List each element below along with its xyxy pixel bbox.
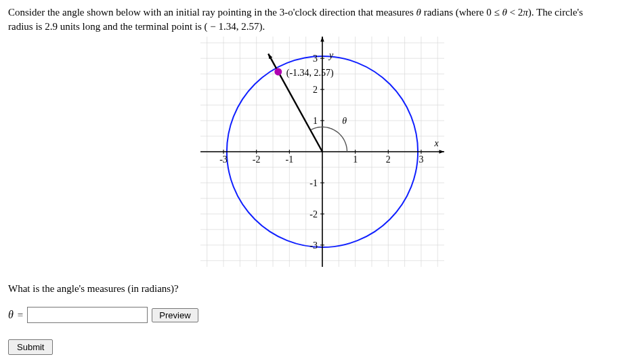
theta-symbol: θ	[416, 7, 421, 18]
svg-text:-3: -3	[219, 154, 228, 165]
answer-label: θ	[8, 309, 14, 321]
theta-symbol: θ	[502, 7, 507, 18]
svg-text:-1: -1	[285, 154, 293, 165]
question-text: What is the angle's measures (in radians…	[8, 283, 636, 295]
svg-text:2: 2	[385, 154, 390, 165]
svg-text:-1: -1	[309, 178, 318, 188]
range-lhs: 0 ≤	[486, 7, 502, 18]
range-mid: < 2	[507, 7, 523, 18]
svg-text:(-1.34, 2.57): (-1.34, 2.57)	[286, 68, 333, 79]
svg-marker-34	[320, 37, 324, 42]
pi-symbol: π	[523, 7, 528, 18]
svg-text:2: 2	[313, 85, 318, 95]
angle-diagram: -3-2-1123-3-2-1123xy(-1.34, 2.57)θ	[200, 37, 444, 270]
answer-input[interactable]	[27, 307, 148, 323]
answer-row: θ = Preview	[8, 307, 636, 323]
svg-text:-3: -3	[309, 240, 318, 251]
submit-button[interactable]: Submit	[8, 339, 53, 355]
problem-text-part: ). The circle's	[528, 7, 583, 18]
svg-point-63	[274, 68, 282, 75]
problem-text-part: Consider the angle shown below with an i…	[8, 7, 416, 18]
svg-text:3: 3	[313, 54, 318, 64]
equals-sign: =	[18, 310, 23, 321]
svg-text:1: 1	[313, 116, 318, 126]
svg-text:y: y	[328, 50, 334, 60]
svg-marker-33	[439, 150, 444, 153]
preview-button[interactable]: Preview	[152, 308, 198, 322]
svg-text:-2: -2	[309, 209, 318, 219]
svg-text:x: x	[433, 138, 439, 148]
svg-text:θ: θ	[342, 116, 347, 126]
problem-text-line2: radius is 2.9 units long and the termina…	[8, 21, 265, 32]
svg-text:3: 3	[418, 154, 423, 165]
svg-text:1: 1	[353, 154, 358, 165]
problem-statement: Consider the angle shown below with an i…	[8, 5, 636, 34]
svg-text:-2: -2	[252, 154, 260, 165]
problem-text-part: radians (where	[421, 7, 486, 18]
